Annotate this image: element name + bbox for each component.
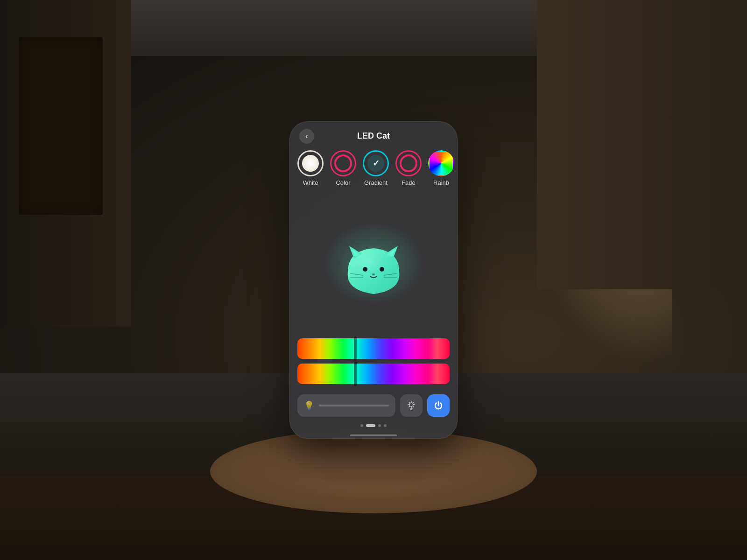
fade-mode-circle — [395, 150, 422, 176]
fade-mode-label: Fade — [402, 179, 416, 186]
svg-line-17 — [409, 406, 409, 407]
page-dot-2 — [366, 424, 375, 427]
light-mode-button[interactable] — [400, 394, 423, 417]
mode-item-fade[interactable]: Fade — [395, 150, 422, 186]
mode-item-rainbow[interactable]: Rainb — [428, 150, 454, 186]
svg-line-15 — [413, 406, 414, 407]
mode-item-white[interactable]: White — [297, 150, 324, 186]
svg-point-3 — [381, 268, 383, 271]
home-bar — [350, 434, 397, 436]
mode-item-gradient[interactable]: ✓ Gradient — [363, 150, 389, 186]
power-button[interactable] — [427, 394, 450, 417]
page-dot-1 — [360, 424, 363, 427]
page-dots — [290, 424, 457, 431]
svg-point-1 — [364, 268, 366, 271]
page-dot-4 — [384, 424, 387, 427]
coffee-table — [210, 429, 537, 513]
color-bar-2[interactable] — [297, 364, 450, 384]
mode-item-color[interactable]: Color — [330, 150, 356, 186]
power-icon — [433, 400, 444, 411]
svg-point-9 — [409, 403, 413, 406]
color-mode-circle — [330, 150, 356, 176]
brightness-control[interactable]: 💡 — [297, 394, 395, 417]
bottom-controls: 💡 — [290, 390, 457, 424]
color-mode-label: Color — [336, 179, 350, 186]
cat-display-area — [290, 194, 457, 333]
svg-point-4 — [372, 273, 375, 275]
gradient-mode-circle: ✓ — [363, 150, 389, 176]
light-bulb-icon — [406, 400, 416, 411]
gradient-mode-label: Gradient — [364, 179, 388, 186]
phone-title: LED Cat — [357, 131, 390, 141]
color-bars-section — [290, 333, 457, 390]
rainbow-mode-label: Rainb — [433, 179, 449, 186]
page-dot-3 — [378, 424, 381, 427]
brightness-track — [319, 405, 389, 406]
home-indicator — [290, 431, 457, 438]
shelf-niche-left — [19, 37, 103, 215]
phone-overlay: ‹ LED Cat White Color ✓ Gradient Fade Ra… — [289, 121, 458, 439]
svg-line-16 — [413, 402, 414, 403]
color-bar-2-thumb — [354, 362, 357, 386]
white-mode-label: White — [303, 179, 318, 186]
shelf-right — [537, 0, 747, 289]
phone-header: ‹ LED Cat — [290, 122, 457, 147]
cat-illustration — [336, 225, 411, 301]
checkmark-icon: ✓ — [367, 155, 384, 172]
mode-selector: White Color ✓ Gradient Fade Rainb — [290, 147, 457, 194]
color-bar-1-thumb — [354, 336, 357, 361]
rainbow-mode-circle — [428, 150, 454, 176]
back-button[interactable]: ‹ — [299, 129, 314, 144]
bulb-icon: 💡 — [304, 400, 314, 411]
color-bar-1[interactable] — [297, 338, 450, 359]
white-mode-circle — [297, 150, 324, 176]
svg-line-14 — [409, 402, 409, 403]
